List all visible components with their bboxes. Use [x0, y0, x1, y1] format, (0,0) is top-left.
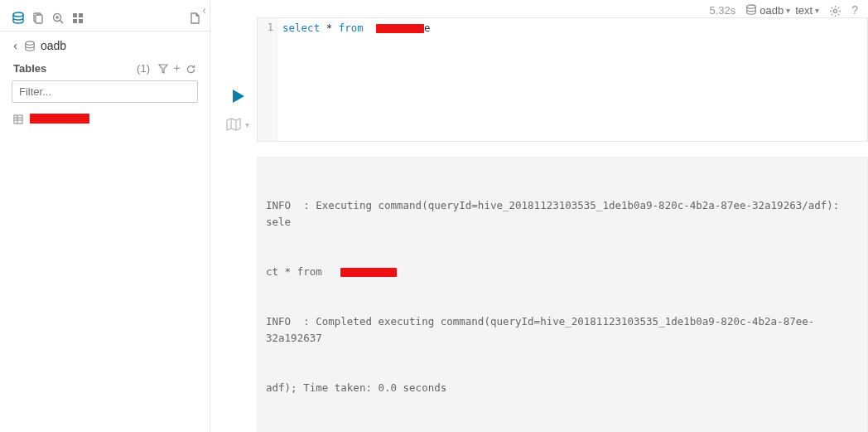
settings-gear-icon[interactable]: [829, 3, 841, 17]
svg-point-17: [834, 9, 837, 12]
format-label: text: [795, 4, 813, 17]
svg-point-16: [747, 5, 756, 8]
kw-select: select: [282, 22, 320, 34]
sidebar: ‹ ‹ oadb Tables (1) ＋: [0, 0, 210, 432]
redacted-text: [376, 24, 424, 33]
sidebar-collapse-handle[interactable]: ‹: [199, 3, 210, 17]
tables-label: Tables: [13, 62, 137, 75]
explain-map-icon[interactable]: ▾: [226, 116, 248, 131]
svg-rect-7: [73, 13, 77, 17]
log-line: INFO : Completed executing command(query…: [266, 313, 859, 347]
files-icon[interactable]: [28, 9, 48, 24]
svg-point-0: [13, 12, 23, 17]
main-area: 5.32s oadb ▾ text ▾ ? ▾ 1: [210, 0, 868, 432]
redacted-text: [340, 268, 397, 277]
svg-rect-10: [79, 19, 83, 23]
log-panel: INFO : Executing command(queryId=hive_20…: [257, 157, 868, 432]
editor-gutter: 1: [258, 18, 277, 141]
svg-point-11: [26, 41, 35, 45]
log-line: adf); Time taken: 0.0 seconds: [266, 380, 859, 396]
caret-down-icon: ▾: [786, 6, 790, 15]
kw-from: from: [339, 22, 364, 34]
back-chevron-icon[interactable]: ‹: [13, 38, 17, 52]
tables-count: (1): [137, 62, 150, 75]
editor-controls: ▾: [219, 17, 257, 131]
format-selector[interactable]: text ▾: [795, 4, 819, 17]
tables-filter-input[interactable]: [12, 80, 198, 103]
refresh-icon[interactable]: [186, 61, 196, 74]
redacted-table-name: [30, 114, 89, 124]
sql-editor[interactable]: 1 select * from e: [257, 17, 868, 142]
zoom-in-icon[interactable]: [48, 9, 68, 24]
query-timing: 5.32s: [710, 4, 736, 17]
run-query-button[interactable]: [229, 85, 246, 104]
database-small-icon: [24, 38, 36, 51]
line-number: 1: [258, 22, 273, 33]
svg-rect-9: [73, 19, 77, 23]
top-bar: 5.32s oadb ▾ text ▾ ?: [210, 0, 868, 17]
filter-icon[interactable]: [158, 62, 168, 75]
svg-rect-2: [36, 15, 42, 23]
editor-content[interactable]: select * from e: [277, 18, 867, 141]
svg-rect-8: [79, 13, 83, 17]
db-selector[interactable]: oadb ▾: [745, 4, 790, 17]
star: *: [326, 22, 333, 34]
database-icon[interactable]: [8, 9, 28, 24]
log-line: ct * from: [266, 264, 859, 280]
table-icon: [13, 113, 23, 124]
database-breadcrumb: ‹ oadb: [0, 32, 210, 56]
db-name[interactable]: oadb: [41, 39, 66, 52]
table-item[interactable]: [0, 109, 210, 128]
caret-down-icon: ▾: [815, 6, 819, 15]
plus-icon[interactable]: ＋: [171, 61, 182, 75]
editor-row: ▾ 1 select * from e: [210, 17, 868, 142]
svg-rect-12: [14, 115, 22, 124]
sidebar-toolbar: [0, 3, 210, 32]
tables-section-header: Tables (1) ＋: [0, 56, 210, 80]
help-icon[interactable]: ?: [851, 3, 858, 17]
db-selector-label: oadb: [760, 4, 784, 17]
svg-line-4: [60, 20, 64, 23]
log-line: INFO : Executing command(queryId=hive_20…: [266, 197, 859, 231]
apps-grid-icon[interactable]: [68, 10, 88, 24]
